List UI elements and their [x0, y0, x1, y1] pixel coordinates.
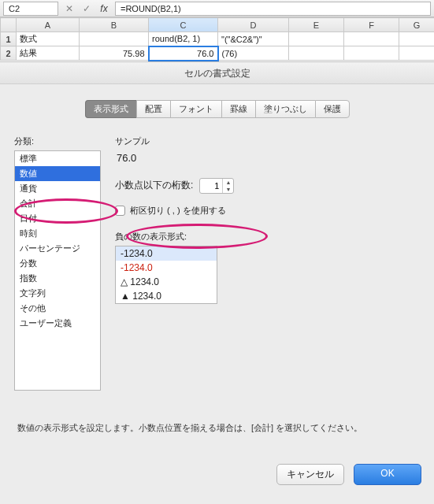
- negative-format-label: 負の数の表示形式:: [115, 231, 420, 243]
- col-header-B[interactable]: B: [80, 18, 149, 32]
- category-item-custom[interactable]: ユーザー定義: [15, 316, 100, 331]
- tab-font[interactable]: フォント: [170, 100, 221, 118]
- cell-G2[interactable]: [399, 46, 435, 61]
- confirm-icon[interactable]: ✓: [80, 2, 93, 15]
- col-header-C[interactable]: C: [149, 18, 218, 32]
- sample-label: サンプル: [115, 135, 420, 147]
- col-header-G[interactable]: G: [399, 18, 435, 32]
- cell-B2[interactable]: 75.98: [80, 46, 149, 61]
- category-item-fraction[interactable]: 分数: [15, 256, 100, 271]
- tab-border[interactable]: 罫線: [221, 100, 255, 118]
- negative-format-item[interactable]: △ 1234.0: [116, 275, 217, 289]
- cell-F2[interactable]: [344, 46, 399, 61]
- thousands-separator-checkbox[interactable]: [115, 206, 125, 216]
- stepper-up-icon[interactable]: ▲: [223, 179, 233, 186]
- negative-format-item[interactable]: -1234.0: [116, 246, 217, 261]
- format-hint-text: 数値の表示形式を設定します。小数点位置を揃える場合は、[会計] を選択してくださ…: [17, 422, 417, 434]
- col-header-A[interactable]: A: [17, 18, 80, 32]
- cell-A2[interactable]: 結果: [17, 46, 80, 61]
- corner-cell[interactable]: [1, 18, 17, 32]
- cancel-button[interactable]: キャンセル: [276, 464, 344, 485]
- cell-F1[interactable]: [344, 32, 399, 46]
- cell-B1[interactable]: [80, 32, 149, 46]
- cell-D2[interactable]: (76): [218, 46, 289, 61]
- tab-fill[interactable]: 塗りつぶし: [255, 100, 315, 118]
- col-header-F[interactable]: F: [344, 18, 399, 32]
- decimal-places-input[interactable]: [200, 180, 222, 192]
- spreadsheet-grid[interactable]: A B C D E F G 1 数式 round(B2, 1) "("&C2&"…: [0, 17, 434, 62]
- category-item-special[interactable]: その他: [15, 301, 100, 316]
- col-header-D[interactable]: D: [218, 18, 289, 32]
- dialog-tabs: 表示形式 配置 フォント 罫線 塗りつぶし 保護: [14, 100, 420, 118]
- tab-alignment[interactable]: 配置: [136, 100, 170, 118]
- cell-D1[interactable]: "("&C2&")": [218, 32, 289, 46]
- negative-format-item[interactable]: -1234.0: [116, 261, 217, 275]
- cell-E1[interactable]: [289, 32, 344, 46]
- cell-E2[interactable]: [289, 46, 344, 61]
- cell-C1[interactable]: round(B2, 1): [149, 32, 218, 46]
- table-row: 2 結果 75.98 76.0 (76): [1, 46, 435, 61]
- col-header-E[interactable]: E: [289, 18, 344, 32]
- table-row: 1 数式 round(B2, 1) "("&C2&")": [1, 32, 435, 46]
- cell-C2[interactable]: 76.0: [149, 46, 218, 61]
- category-item-currency[interactable]: 通貨: [15, 181, 100, 196]
- cancel-icon[interactable]: ✕: [63, 2, 76, 15]
- format-cells-dialog: セルの書式設定 表示形式 配置 フォント 罫線 塗りつぶし 保護 分類: 標準 …: [0, 62, 434, 496]
- category-item-accounting[interactable]: 会計: [15, 196, 100, 211]
- tab-protection[interactable]: 保護: [315, 100, 350, 118]
- dialog-title: セルの書式設定: [0, 62, 434, 84]
- formula-input[interactable]: =ROUND(B2,1): [115, 2, 431, 16]
- cell-A1[interactable]: 数式: [17, 32, 80, 46]
- category-item-text[interactable]: 文字列: [15, 286, 100, 301]
- negative-format-list[interactable]: -1234.0 -1234.0 △ 1234.0 ▲ 1234.0: [115, 246, 217, 304]
- category-item-number[interactable]: 数値: [15, 166, 100, 181]
- row-header-1[interactable]: 1: [1, 32, 17, 46]
- category-item-scientific[interactable]: 指数: [15, 271, 100, 286]
- category-list[interactable]: 標準 数値 通貨 会計 日付 時刻 パーセンテージ 分数 指数 文字列 その他 …: [14, 150, 101, 391]
- category-item-percentage[interactable]: パーセンテージ: [15, 241, 100, 256]
- sample-value: 76.0: [115, 150, 420, 164]
- negative-format-item[interactable]: ▲ 1234.0: [116, 289, 217, 303]
- category-item-time[interactable]: 時刻: [15, 226, 100, 241]
- category-item-date[interactable]: 日付: [15, 211, 100, 226]
- formula-bar: C2 ✕ ✓ fx =ROUND(B2,1): [0, 0, 434, 17]
- fx-icon[interactable]: fx: [98, 2, 110, 15]
- tab-number-format[interactable]: 表示形式: [85, 100, 136, 118]
- category-label: 分類:: [14, 135, 101, 147]
- thousands-separator-label: 桁区切り ( , ) を使用する: [130, 205, 226, 217]
- category-item-general[interactable]: 標準: [15, 151, 100, 166]
- row-header-2[interactable]: 2: [1, 46, 17, 61]
- ok-button[interactable]: OK: [354, 464, 421, 485]
- decimal-places-label: 小数点以下の桁数:: [115, 179, 193, 192]
- cell-reference-box[interactable]: C2: [3, 2, 58, 16]
- cell-G1[interactable]: [399, 32, 435, 46]
- stepper-down-icon[interactable]: ▼: [223, 186, 233, 193]
- decimal-places-stepper[interactable]: ▲ ▼: [199, 178, 234, 194]
- formula-bar-controls: ✕ ✓ fx: [63, 2, 110, 15]
